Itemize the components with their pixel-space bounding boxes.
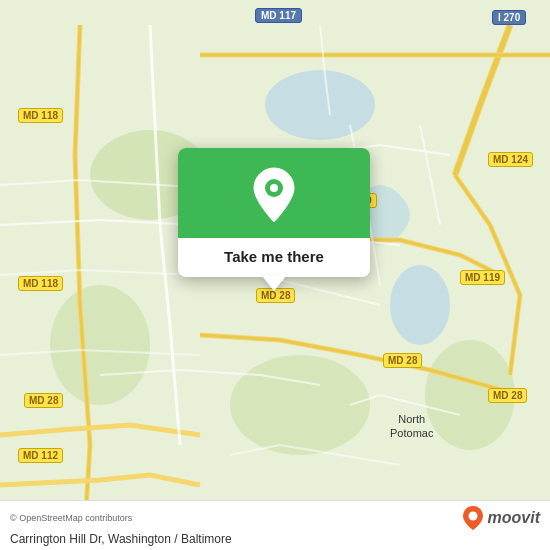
road-label-md28-left: MD 28 [24,393,63,408]
road-label-md118-mid: MD 118 [18,276,63,291]
location-pin-icon [249,166,299,224]
svg-point-2 [390,265,450,345]
moovit-pin-icon [462,505,484,531]
svg-point-1 [265,70,375,140]
popup-tail [262,276,286,291]
road-label-md117: MD 117 [255,8,302,23]
place-label-north-potomac: NorthPotomac [390,412,433,441]
svg-point-9 [468,512,477,521]
osm-credit: © OpenStreetMap contributors [10,513,132,523]
svg-point-8 [270,184,278,192]
svg-point-4 [50,285,150,405]
moovit-text: moovit [488,509,540,527]
address-text: Carrington Hill Dr, Washington / Baltimo… [10,532,540,546]
moovit-logo: moovit [462,505,540,531]
road-label-md118-top: MD 118 [18,108,63,123]
bottom-bar: © OpenStreetMap contributors moovit Carr… [0,500,550,550]
road-label-md119-right: MD 119 [460,270,505,285]
road-label-md112: MD 112 [18,448,63,463]
road-label-i270: I 270 [492,10,526,25]
road-label-md28-right: MD 28 [488,388,527,403]
svg-point-5 [230,355,370,455]
popup-card[interactable]: Take me there [178,148,370,277]
popup-icon-area [178,148,370,238]
map-container: MD 117 MD 118 I 270 MD 124 119 MD 118 MD… [0,0,550,550]
road-label-md28-bot: MD 28 [383,353,422,368]
road-label-md124: MD 124 [488,152,533,167]
popup-label[interactable]: Take me there [178,238,370,277]
